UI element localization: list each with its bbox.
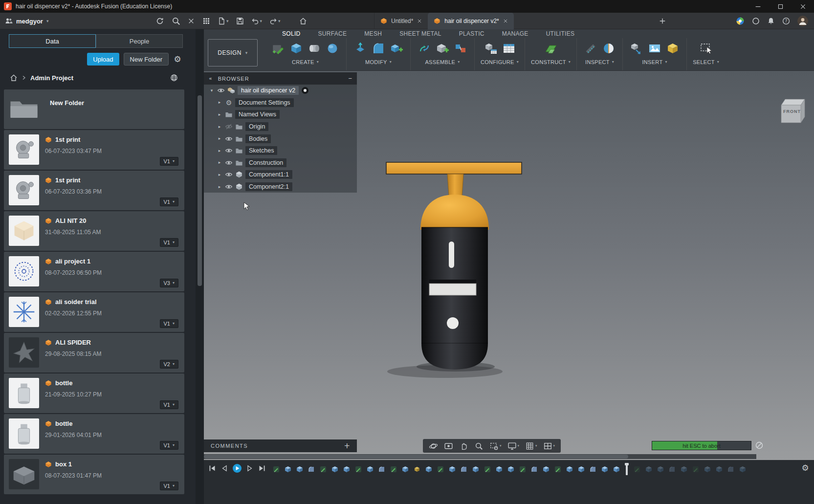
ribbon-group-menu-modify[interactable]: MODIFY▾: [365, 59, 392, 65]
timeline-feature-sketch[interactable]: [519, 465, 527, 473]
horizontal-scrollbar[interactable]: [204, 454, 756, 459]
file-menu[interactable]: ▾: [218, 17, 229, 25]
timeline-feature-sketch[interactable]: [272, 465, 280, 473]
timeline-feature-extrude[interactable]: [739, 465, 747, 473]
scrollbar-thumb[interactable]: [198, 95, 202, 286]
ribbon-tab-mesh[interactable]: MESH: [364, 30, 382, 37]
measure-tool-icon[interactable]: [583, 41, 598, 56]
timeline-feature-extrude[interactable]: [425, 465, 433, 473]
list-item[interactable]: ALI SPIDER29-08-2025 08:15 AMV2▾: [4, 333, 184, 373]
timeline-feature-sketch[interactable]: [692, 465, 700, 473]
select-tool-icon[interactable]: [698, 41, 714, 56]
caret-right-icon[interactable]: ▸: [217, 100, 222, 105]
ribbon-tab-manage[interactable]: MANAGE: [502, 30, 528, 37]
version-dropdown[interactable]: V2▾: [160, 360, 178, 369]
timeline-feature-combine[interactable]: [413, 465, 421, 473]
version-dropdown[interactable]: V1▾: [160, 319, 178, 328]
play-icon[interactable]: [232, 463, 242, 473]
browser-node-label[interactable]: Origin: [245, 122, 268, 131]
upload-button[interactable]: Upload: [87, 53, 119, 66]
timeline-feature-sketch[interactable]: [319, 465, 327, 473]
browser-node-bodies[interactable]: ▸Bodies: [204, 132, 357, 145]
timeline-feature-extrude[interactable]: [715, 465, 723, 473]
timeline-feature-extrude[interactable]: [343, 465, 351, 473]
browser-node-construction[interactable]: ▸Construction: [204, 157, 357, 169]
version-dropdown[interactable]: V1▾: [160, 157, 178, 166]
caret-right-icon[interactable]: ▸: [217, 173, 222, 177]
browser-node-label[interactable]: Construction: [245, 158, 286, 167]
mcmaster-tool-icon[interactable]: [665, 41, 681, 56]
comments-bar[interactable]: COMMENTS +: [204, 439, 357, 452]
caret-right-icon[interactable]: ▸: [217, 136, 222, 141]
save-icon[interactable]: [236, 17, 244, 25]
timeline-feature-fillet[interactable]: [727, 465, 735, 473]
visibility-eye-off-icon[interactable]: [225, 123, 233, 131]
apps-grid-icon[interactable]: [202, 17, 210, 25]
help-icon[interactable]: ?: [782, 17, 790, 25]
viewcube[interactable]: FRONT: [776, 94, 808, 126]
version-dropdown[interactable]: V1▾: [160, 400, 178, 409]
sync-icon[interactable]: [155, 17, 164, 25]
minimize-panel-icon[interactable]: −: [348, 75, 352, 82]
configuration-tool-icon[interactable]: [483, 41, 499, 56]
timeline-feature-fillet[interactable]: [668, 465, 676, 473]
redo-button[interactable]: ▾: [269, 17, 281, 25]
browser-node-label[interactable]: Sketches: [245, 146, 277, 155]
list-item[interactable]: ali project 108-07-2023 06:50 PMV3▾: [4, 252, 184, 291]
timeline-feature-extrude[interactable]: [296, 465, 304, 473]
timeline-feature-extrude[interactable]: [566, 465, 573, 473]
user-menu[interactable]: medgyor ▾: [5, 15, 48, 27]
browser-node-document-settings[interactable]: ▸⚙Document Settings: [204, 97, 357, 109]
ribbon-group-menu-create[interactable]: CREATE▾: [292, 59, 319, 65]
tab-people[interactable]: People: [96, 34, 183, 48]
timeline-feature-extrude[interactable]: [448, 465, 456, 473]
list-item-folder[interactable]: New Folder: [4, 89, 184, 129]
minimize-button[interactable]: [747, 0, 769, 13]
caret-right-icon[interactable]: ▸: [217, 112, 222, 117]
version-dropdown[interactable]: V3▾: [160, 279, 178, 287]
list-item[interactable]: ALI NIT 2031-08-2025 11:05 AMV1▾: [4, 211, 184, 251]
ribbon-tab-surface[interactable]: SURFACE: [318, 30, 347, 37]
visibility-eye-icon[interactable]: [225, 183, 233, 191]
step-forward-icon[interactable]: [245, 464, 254, 473]
skip-to-end-icon[interactable]: [258, 464, 266, 473]
zoom-button[interactable]: [472, 441, 485, 451]
timeline-feature-sketch[interactable]: [633, 465, 641, 473]
viewports-button[interactable]: ▾: [541, 441, 557, 451]
browser-node-label[interactable]: Component1:1: [245, 170, 292, 179]
project-home-icon[interactable]: [10, 74, 18, 82]
data-panel-settings-gear-icon[interactable]: ⚙: [173, 55, 182, 64]
fillet-tool-icon[interactable]: [371, 41, 386, 56]
zoom-window-button[interactable]: ▾: [487, 441, 504, 451]
look-at-button[interactable]: [442, 441, 455, 451]
browser-node-component1-1[interactable]: ▸Component1:1: [204, 169, 357, 181]
list-item[interactable]: ali soider trial02-02-2026 12:55 PMV1▾: [4, 292, 184, 332]
timeline-feature-extrude[interactable]: [601, 465, 609, 473]
skip-to-start-icon[interactable]: [208, 464, 217, 473]
timeline-feature-extrude[interactable]: [542, 465, 550, 473]
project-name[interactable]: Admin Project: [30, 74, 73, 82]
ribbon-group-menu-configure[interactable]: CONFIGURE▾: [481, 59, 519, 65]
visibility-eye-icon[interactable]: [225, 171, 233, 178]
timeline-feature-sketch[interactable]: [437, 465, 444, 473]
avatar[interactable]: [797, 16, 808, 26]
timeline-feature-extrude[interactable]: [331, 465, 339, 473]
notifications-bell-icon[interactable]: [767, 17, 775, 25]
ribbon-group-menu-select[interactable]: SELECT▾: [693, 59, 719, 65]
timeline-feature-extrude[interactable]: [645, 465, 653, 473]
browser-node-label[interactable]: Bodies: [245, 134, 271, 143]
browser-root-row[interactable]: ▾ hair oil dispencer v2: [204, 85, 357, 97]
visibility-eye-icon[interactable]: [225, 147, 233, 154]
new-folder-button[interactable]: New Folder: [124, 53, 169, 66]
rigid-group-tool-icon[interactable]: [453, 41, 468, 56]
timeline-feature-extrude[interactable]: [657, 465, 664, 473]
new-tab-button[interactable]: [659, 18, 666, 24]
timeline-feature-extrude[interactable]: [613, 465, 620, 473]
caret-right-icon[interactable]: ▸: [217, 149, 222, 153]
ribbon-group-menu-insert[interactable]: INSERT▾: [642, 59, 667, 65]
timeline-settings-gear-icon[interactable]: ⚙: [801, 464, 809, 472]
close-tab-icon[interactable]: [417, 19, 422, 23]
caret-right-icon[interactable]: ▸: [217, 125, 222, 129]
section-analysis-tool-icon[interactable]: [601, 41, 616, 56]
browser-node-label[interactable]: Document Settings: [235, 98, 294, 107]
